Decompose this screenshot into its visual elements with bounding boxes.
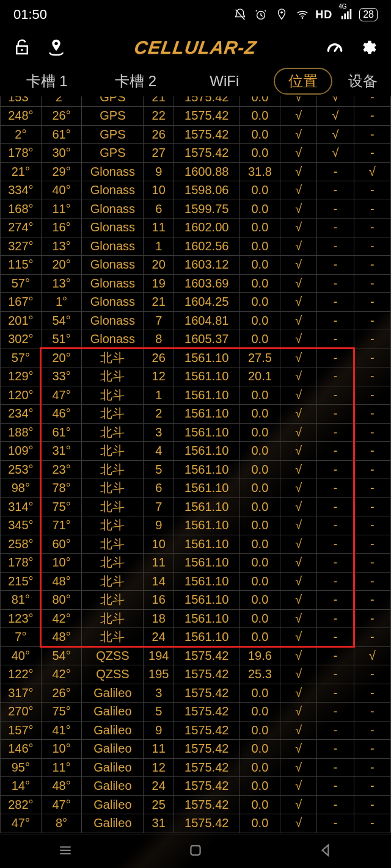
- cell: 0.0: [239, 758, 280, 777]
- recent-apps-button[interactable]: [57, 842, 73, 861]
- cell: 0.0: [239, 219, 280, 237]
- cell: 21: [144, 293, 174, 312]
- cell: 26°: [41, 107, 82, 126]
- cell: 0.0: [239, 497, 280, 516]
- cell: 54°: [41, 646, 82, 665]
- gauge-button[interactable]: [318, 31, 352, 65]
- cell: Glonass: [82, 181, 144, 200]
- svg-point-7: [21, 49, 23, 51]
- cell: 7: [144, 311, 174, 330]
- cell: 4: [144, 442, 174, 461]
- cell: 7°: [1, 628, 42, 647]
- lock-open-button[interactable]: [5, 31, 39, 65]
- cell: -: [317, 274, 354, 293]
- svg-point-1: [280, 12, 283, 14]
- cell: √: [280, 572, 317, 591]
- cell: 北斗: [82, 572, 144, 591]
- table-row: 253°23°北斗51561.100.0√--: [1, 460, 391, 479]
- table-row: 314°75°北斗71561.100.0√--: [1, 497, 391, 516]
- table-row: 57°20°北斗261561.1027.5√--: [1, 349, 391, 367]
- cell: 2°: [1, 125, 42, 144]
- cell: -: [317, 535, 354, 554]
- cell: Glonass: [82, 293, 144, 312]
- home-button[interactable]: [188, 842, 203, 861]
- cell: 20°: [41, 256, 82, 275]
- cell: 122°: [1, 665, 42, 684]
- cell: -: [354, 125, 390, 144]
- cell: -: [354, 423, 390, 442]
- wifi-icon: [296, 8, 309, 21]
- cell: √: [317, 107, 354, 126]
- cell: -: [354, 349, 390, 367]
- cell: 1603.69: [174, 274, 239, 293]
- tab-2[interactable]: WiFi: [180, 69, 269, 93]
- cell: Glonass: [82, 219, 144, 237]
- cell: 0.0: [239, 479, 280, 498]
- cell: 42°: [41, 609, 82, 628]
- cell: 2: [144, 405, 174, 424]
- cell: -: [354, 758, 390, 777]
- cell: Glonass: [82, 274, 144, 293]
- table-row: 178°30°GPS271575.420.0√√-: [1, 144, 391, 163]
- cell: 1598.06: [174, 181, 239, 200]
- cell: -: [354, 535, 390, 554]
- cell: -: [354, 721, 390, 740]
- settings-button[interactable]: [352, 31, 386, 65]
- cell: 1561.10: [174, 460, 239, 479]
- cell: 14: [144, 572, 174, 591]
- tab-0[interactable]: 卡槽 1: [2, 68, 91, 95]
- cell: 1575.42: [174, 777, 239, 796]
- cell: -: [317, 256, 354, 275]
- cell: -: [317, 349, 354, 367]
- cell: -: [317, 665, 354, 684]
- satellite-table-wrap[interactable]: 153°2°GPS211575.420.0√√-248°26°GPS221575…: [0, 96, 391, 834]
- cell: √: [280, 460, 317, 479]
- cell: 201°: [1, 311, 42, 330]
- cell: -: [354, 311, 390, 330]
- cell: 1600.88: [174, 162, 239, 181]
- cell: Galileo: [82, 703, 144, 722]
- cell: 1561.10: [174, 554, 239, 573]
- cell: 11°: [41, 200, 82, 219]
- tab-3[interactable]: 位置: [274, 68, 332, 95]
- cell: -: [354, 200, 390, 219]
- cell: √: [280, 274, 317, 293]
- cell: -: [317, 497, 354, 516]
- back-button[interactable]: [318, 842, 334, 861]
- cell: √: [280, 646, 317, 665]
- cell: -: [354, 219, 390, 237]
- cell: 0.0: [239, 200, 280, 219]
- cell: 1561.10: [174, 405, 239, 424]
- map-pin-button[interactable]: [39, 31, 73, 65]
- cell: 0.0: [239, 591, 280, 610]
- cell: 北斗: [82, 628, 144, 647]
- cell: 9: [144, 516, 174, 535]
- cell: -: [354, 684, 390, 703]
- cell: Glonass: [82, 237, 144, 256]
- location-icon: [275, 8, 288, 21]
- cell: 24: [144, 628, 174, 647]
- cell: 0.0: [239, 814, 280, 833]
- cell: √: [280, 777, 317, 796]
- tab-4[interactable]: 设备: [337, 68, 389, 95]
- cell: 188°: [1, 423, 42, 442]
- cell: 27.5: [239, 349, 280, 367]
- cell: 1602.56: [174, 237, 239, 256]
- cell: 47°: [41, 386, 82, 405]
- table-row: 157°41°Galileo91575.420.0√--: [1, 721, 391, 740]
- tab-1[interactable]: 卡槽 2: [91, 68, 180, 95]
- cell: 0.0: [239, 237, 280, 256]
- cell: 0.0: [239, 535, 280, 554]
- battery-icon: 28: [359, 8, 378, 21]
- cell: 123°: [1, 609, 42, 628]
- cell: -: [354, 516, 390, 535]
- cell: -: [354, 330, 390, 349]
- cell: 1561.10: [174, 497, 239, 516]
- cell: 24: [144, 777, 174, 796]
- cell: 29°: [41, 162, 82, 181]
- cell: 0.0: [239, 311, 280, 330]
- cell: 19: [144, 274, 174, 293]
- cell: -: [354, 237, 390, 256]
- cell: 57°: [1, 274, 42, 293]
- cell: 1: [144, 386, 174, 405]
